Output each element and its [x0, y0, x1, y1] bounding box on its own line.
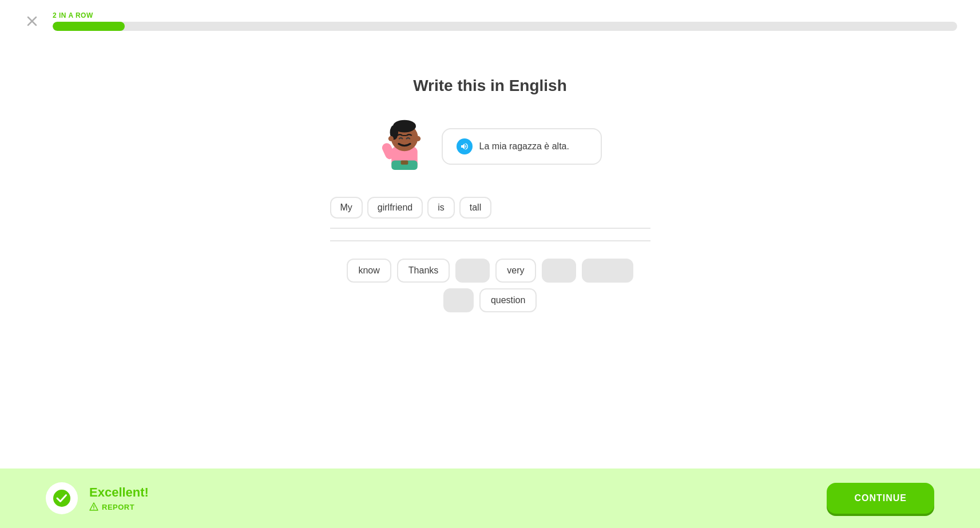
- word-bank: knowThanks very question: [330, 259, 650, 312]
- italian-sentence: La mia ragazza è alta.: [479, 141, 569, 152]
- word-chip[interactable]: Thanks: [397, 259, 450, 283]
- character-svg: [379, 118, 430, 175]
- svg-rect-4: [400, 161, 408, 165]
- word-chip[interactable]: know: [347, 259, 391, 283]
- word-chip-empty-sm: [443, 288, 474, 312]
- result-bar: Excellent! REPORT CONTINUE: [0, 469, 980, 528]
- answer-token[interactable]: My: [330, 197, 363, 219]
- character-row: La mia ragazza è alta.: [379, 118, 602, 175]
- svg-point-12: [53, 490, 70, 507]
- continue-button[interactable]: CONTINUE: [827, 483, 934, 514]
- check-circle: [46, 482, 78, 514]
- result-left: Excellent! REPORT: [46, 482, 149, 514]
- answer-token[interactable]: is: [427, 197, 455, 219]
- word-chip-empty-wide: [582, 259, 633, 283]
- svg-point-8: [388, 136, 393, 141]
- svg-point-9: [415, 136, 420, 141]
- report-label: REPORT: [102, 503, 134, 511]
- excellent-label: Excellent!: [89, 485, 149, 500]
- word-chip[interactable]: very: [495, 259, 535, 283]
- main-content: Write this in English: [0, 42, 980, 312]
- streak-label: 2 IN A ROW: [53, 11, 957, 19]
- progress-bar-fill: [53, 22, 125, 31]
- word-chip[interactable]: question: [479, 288, 537, 312]
- answer-token[interactable]: tall: [459, 197, 491, 219]
- character-figure: [379, 118, 430, 175]
- close-button[interactable]: [23, 12, 41, 30]
- report-icon: [89, 502, 98, 511]
- answer-token[interactable]: girlfriend: [367, 197, 423, 219]
- word-chip-empty: [455, 259, 490, 283]
- progress-bar-background: [53, 22, 957, 31]
- word-bank-divider: [330, 240, 650, 241]
- progress-container: 2 IN A ROW: [53, 11, 957, 31]
- sound-icon[interactable]: [457, 138, 473, 154]
- svg-point-14: [93, 509, 94, 510]
- answer-area: Mygirlfriendistall: [330, 192, 650, 229]
- word-chip-empty: [542, 259, 576, 283]
- report-button[interactable]: REPORT: [89, 502, 149, 511]
- top-bar: 2 IN A ROW: [0, 0, 980, 42]
- checkmark-icon: [53, 489, 71, 507]
- speech-bubble[interactable]: La mia ragazza è alta.: [442, 128, 602, 165]
- result-text-col: Excellent! REPORT: [89, 485, 149, 511]
- question-title: Write this in English: [413, 77, 567, 95]
